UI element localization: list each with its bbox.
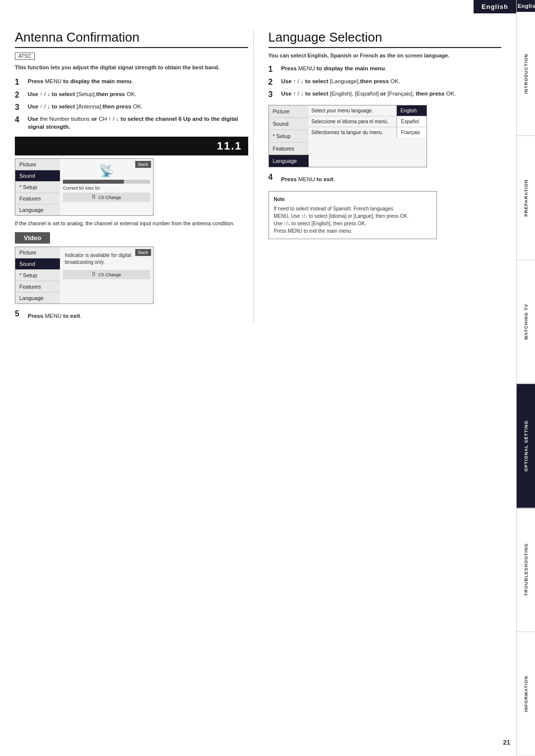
step-num-5: 5 [15, 309, 24, 318]
lang-value-francais: Français [397, 127, 427, 138]
antenna-menu-content-1: Back 📡 Current 50 Max 50 ⠿ Ch Change [60, 159, 153, 215]
ch-dots-icon-2: ⠿ [92, 271, 96, 277]
antenna-steps: 1 Press MENU to display the main menu. 2… [15, 77, 248, 131]
lang-desc-english: Select your menu language. [309, 105, 397, 116]
lang-value-english: English [397, 105, 427, 116]
sidebar: English INTRODUCTION PREPARATION WATCHIN… [516, 0, 535, 756]
lang-row-francais: Sélectionnez la langue du menu. Français [309, 127, 427, 138]
current-label: Current 50 Max 50 [63, 186, 150, 191]
lang-desc-francais: Sélectionnez la langue du menu. [309, 127, 397, 138]
step-num-3: 3 [15, 102, 24, 112]
signal-progress-bar [63, 180, 150, 184]
step-text-1: Press MENU to display the main menu. [28, 77, 248, 85]
lang-menu-sound: Sound [269, 118, 309, 130]
lang-step-num-2: 2 [268, 77, 277, 87]
step-num-4: 4 [15, 115, 24, 124]
antenna-menu-box-1: Picture Sound * Setup Features Language … [15, 158, 154, 216]
menu-item-language-1: Language [15, 204, 60, 215]
lang-desc-espanol: Seleccione el idioma para el menú. [309, 116, 397, 127]
sidebar-english: English [517, 0, 535, 12]
sidebar-watching-tv: WATCHING TV [517, 260, 535, 384]
sidebar-optional-setting: OPTIONAL SETTING [517, 384, 535, 508]
english-label: English [474, 0, 516, 13]
menu-item-features-2: Features [15, 281, 60, 293]
language-title: Language Selection [268, 30, 502, 48]
antenna-menu-items-2: Picture Sound * Setup Features Language [15, 247, 60, 303]
back-button-1[interactable]: Back [135, 161, 151, 168]
menu-item-sound-1: Sound [15, 170, 60, 182]
language-section: Language Selection You can select Englis… [268, 30, 502, 323]
ch-change-1: ⠿ Ch Change [63, 193, 150, 202]
note-line-3: Use ↑/↓ to select [English], then press … [274, 220, 431, 227]
lang-step-num-3: 3 [268, 90, 277, 99]
lang-row-espanol: Seleccione el idioma para el menú. Españ… [309, 116, 427, 127]
lang-value-espanol: Español [397, 116, 427, 127]
step-num-2: 2 [15, 90, 24, 100]
note-title: Note [274, 196, 431, 203]
lang-row-english: Select your menu language. English [309, 105, 427, 116]
antenna-step-4: 4 Use the Number buttons or CH ↑ / ↓ to … [15, 115, 248, 131]
antenna-menu-box-2: Picture Sound * Setup Features Language … [15, 247, 154, 304]
menu-item-setup-1: * Setup [15, 182, 60, 193]
language-menu-box: Picture Sound * Setup Features Language … [268, 105, 427, 167]
menu-item-sound-2: Sound [15, 258, 60, 270]
language-step-1: 1 Press MENU to display the main menu. [268, 64, 502, 74]
lang-step-num-4: 4 [268, 172, 277, 182]
lang-step-num-1: 1 [268, 64, 277, 74]
language-steps: 1 Press MENU to display the main menu. 2… [268, 64, 502, 99]
signal-level [63, 180, 124, 184]
language-step-2: 2 Use ↑ / ↓ to select [Language],then pr… [268, 77, 502, 87]
antenna-menu-content-2: Back Indicator is available for digital … [60, 247, 153, 303]
antenna-caption: If the channel is set to analog, the cha… [15, 220, 248, 227]
back-button-2[interactable]: Back [135, 249, 151, 256]
language-step-4: Press MENU to exit. [281, 176, 335, 182]
antenna-step-5: Press MENU to exit. [28, 313, 82, 319]
antenna-intro: This function lets you adjust the digita… [15, 64, 248, 71]
menu-item-picture-1: Picture [15, 159, 60, 170]
antenna-title: Antenna Confirmation [15, 30, 248, 48]
note-line-2: MENU, Use ↑/↓ to select [Idioma] or [Lan… [274, 212, 431, 220]
language-intro: You can select English, Spanish or Frenc… [268, 52, 502, 59]
note-box: Note If need to select instead of Spanis… [268, 191, 437, 239]
lang-step-text-2: Use ↑ / ↓ to select [Language],then pres… [281, 77, 502, 85]
atsc-badge: ATSC [15, 52, 35, 60]
antenna-menu-items-1: Picture Sound * Setup Features Language [15, 159, 60, 215]
menu-item-picture-2: Picture [15, 247, 60, 258]
video-label: Video [15, 232, 50, 244]
step-text-2: Use ↑ / ↓ to select [Setup],then press O… [28, 90, 248, 98]
lang-menu-setup: * Setup [269, 130, 309, 143]
sidebar-introduction: INTRODUCTION [517, 12, 535, 136]
step-text-3: Use ↑ / ↓ to select [Antenna],then press… [28, 102, 248, 110]
ch-change-2: ⠿ Ch Change [63, 270, 150, 279]
step-text-4: Use the Number buttons or CH ↑ / ↓ to se… [28, 115, 248, 131]
sidebar-information: INFORMATION [517, 632, 535, 756]
antenna-section: Antenna Confirmation ATSC This function … [15, 30, 254, 323]
antenna-step-2: 2 Use ↑ / ↓ to select [Setup],then press… [15, 90, 248, 100]
language-menu-items: Picture Sound * Setup Features Language [269, 105, 309, 167]
language-content: Select your menu language. English Selec… [309, 105, 427, 167]
sidebar-troubleshooting: TROUBLESHOOTING [517, 508, 535, 632]
step-num-1: 1 [15, 77, 24, 87]
sidebar-preparation: PREPARATION [517, 136, 535, 260]
menu-item-features-1: Features [15, 193, 60, 204]
note-line-1: If need to select instead of Spanish: Fr… [274, 205, 431, 212]
note-line-4: Press MENU to exit the main menu. [274, 227, 431, 235]
lang-menu-language: Language [269, 155, 309, 167]
language-step-3: 3 Use ↑ / ↓ to select [English], [Españo… [268, 90, 502, 99]
antenna-step-3: 3 Use ↑ / ↓ to select [Antenna],then pre… [15, 102, 248, 112]
lang-menu-features: Features [269, 143, 309, 155]
menu-item-language-2: Language [15, 293, 60, 303]
menu-item-setup-2: * Setup [15, 270, 60, 281]
lang-step-text-1: Press MENU to display the main menu. [281, 64, 502, 72]
ch-dots-icon: ⠿ [92, 194, 96, 200]
channel-display: 11.1 [15, 137, 248, 155]
page-number: 21 [503, 739, 510, 746]
lang-step-text-3: Use ↑ / ↓ to select [English], [Español]… [281, 90, 502, 98]
antenna-step-1: 1 Press MENU to display the main menu. [15, 77, 248, 87]
lang-menu-picture: Picture [269, 105, 309, 118]
